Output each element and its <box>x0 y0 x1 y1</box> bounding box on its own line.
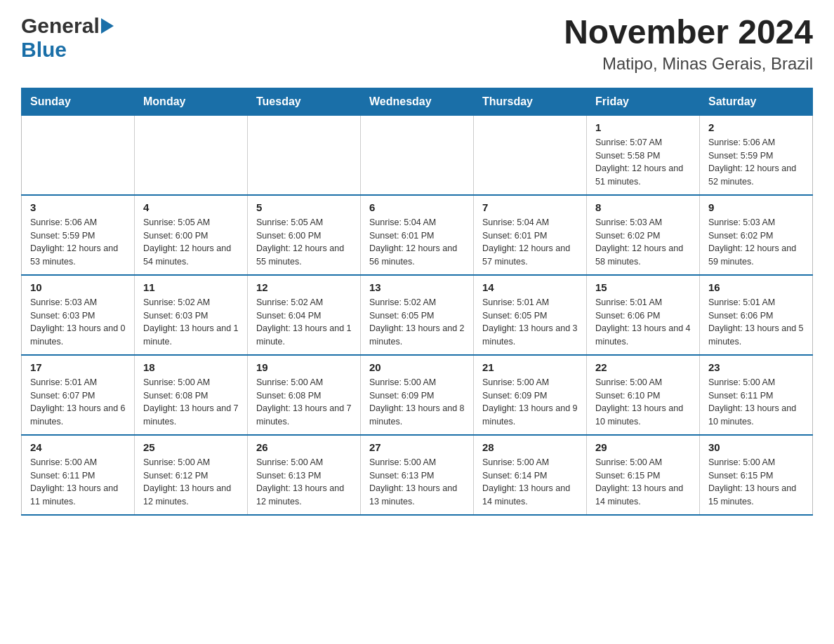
calendar-day-cell: 13Sunrise: 5:02 AMSunset: 6:05 PMDayligh… <box>361 275 474 355</box>
day-number: 30 <box>708 441 804 453</box>
calendar-day-cell: 7Sunrise: 5:04 AMSunset: 6:01 PMDaylight… <box>474 195 587 275</box>
header: General Blue November 2024 Matipo, Minas… <box>21 14 813 74</box>
calendar-day-cell <box>22 115 135 195</box>
header-friday: Friday <box>587 88 700 115</box>
day-info: Sunrise: 5:04 AMSunset: 6:01 PMDaylight:… <box>369 216 465 269</box>
day-info: Sunrise: 5:00 AMSunset: 6:11 PMDaylight:… <box>708 376 804 429</box>
calendar-day-cell: 30Sunrise: 5:00 AMSunset: 6:15 PMDayligh… <box>700 435 813 515</box>
day-info: Sunrise: 5:00 AMSunset: 6:14 PMDaylight:… <box>482 456 578 509</box>
day-info: Sunrise: 5:04 AMSunset: 6:01 PMDaylight:… <box>482 216 578 269</box>
day-number: 22 <box>595 361 691 373</box>
calendar-day-cell: 9Sunrise: 5:03 AMSunset: 6:02 PMDaylight… <box>700 195 813 275</box>
day-info: Sunrise: 5:00 AMSunset: 6:11 PMDaylight:… <box>30 456 126 509</box>
day-info: Sunrise: 5:03 AMSunset: 6:02 PMDaylight:… <box>595 216 691 269</box>
calendar-day-cell: 8Sunrise: 5:03 AMSunset: 6:02 PMDaylight… <box>587 195 700 275</box>
day-info: Sunrise: 5:03 AMSunset: 6:03 PMDaylight:… <box>30 296 126 349</box>
logo-blue-text: Blue <box>21 38 67 61</box>
day-number: 1 <box>595 121 691 133</box>
day-info: Sunrise: 5:00 AMSunset: 6:12 PMDaylight:… <box>143 456 239 509</box>
calendar-week-row: 1Sunrise: 5:07 AMSunset: 5:58 PMDaylight… <box>22 115 813 195</box>
calendar-day-cell: 24Sunrise: 5:00 AMSunset: 6:11 PMDayligh… <box>22 435 135 515</box>
calendar-day-cell: 21Sunrise: 5:00 AMSunset: 6:09 PMDayligh… <box>474 355 587 435</box>
day-info: Sunrise: 5:06 AMSunset: 5:59 PMDaylight:… <box>708 136 804 189</box>
day-number: 29 <box>595 441 691 453</box>
day-number: 28 <box>482 441 578 453</box>
day-number: 26 <box>256 441 352 453</box>
calendar-day-cell: 18Sunrise: 5:00 AMSunset: 6:08 PMDayligh… <box>135 355 248 435</box>
header-wednesday: Wednesday <box>361 88 474 115</box>
logo-arrow-icon <box>101 18 114 34</box>
day-info: Sunrise: 5:00 AMSunset: 6:08 PMDaylight:… <box>256 376 352 429</box>
day-info: Sunrise: 5:00 AMSunset: 6:13 PMDaylight:… <box>369 456 465 509</box>
calendar-day-cell: 15Sunrise: 5:01 AMSunset: 6:06 PMDayligh… <box>587 275 700 355</box>
page-title: November 2024 <box>564 14 813 51</box>
calendar-week-row: 17Sunrise: 5:01 AMSunset: 6:07 PMDayligh… <box>22 355 813 435</box>
day-info: Sunrise: 5:01 AMSunset: 6:06 PMDaylight:… <box>708 296 804 349</box>
day-number: 14 <box>482 281 578 293</box>
day-info: Sunrise: 5:01 AMSunset: 6:05 PMDaylight:… <box>482 296 578 349</box>
calendar-day-cell: 14Sunrise: 5:01 AMSunset: 6:05 PMDayligh… <box>474 275 587 355</box>
calendar-day-cell <box>361 115 474 195</box>
day-info: Sunrise: 5:00 AMSunset: 6:13 PMDaylight:… <box>256 456 352 509</box>
day-info: Sunrise: 5:01 AMSunset: 6:07 PMDaylight:… <box>30 376 126 429</box>
calendar-day-cell: 27Sunrise: 5:00 AMSunset: 6:13 PMDayligh… <box>361 435 474 515</box>
calendar-day-cell: 22Sunrise: 5:00 AMSunset: 6:10 PMDayligh… <box>587 355 700 435</box>
calendar-week-row: 24Sunrise: 5:00 AMSunset: 6:11 PMDayligh… <box>22 435 813 515</box>
svg-marker-0 <box>101 18 114 34</box>
day-number: 19 <box>256 361 352 373</box>
logo-general-text: General <box>21 14 100 38</box>
calendar-week-row: 3Sunrise: 5:06 AMSunset: 5:59 PMDaylight… <box>22 195 813 275</box>
calendar-day-cell: 3Sunrise: 5:06 AMSunset: 5:59 PMDaylight… <box>22 195 135 275</box>
day-info: Sunrise: 5:02 AMSunset: 6:03 PMDaylight:… <box>143 296 239 349</box>
day-info: Sunrise: 5:00 AMSunset: 6:08 PMDaylight:… <box>143 376 239 429</box>
calendar-day-cell: 1Sunrise: 5:07 AMSunset: 5:58 PMDaylight… <box>587 115 700 195</box>
day-number: 15 <box>595 281 691 293</box>
calendar-week-row: 10Sunrise: 5:03 AMSunset: 6:03 PMDayligh… <box>22 275 813 355</box>
calendar-day-cell: 5Sunrise: 5:05 AMSunset: 6:00 PMDaylight… <box>248 195 361 275</box>
day-number: 7 <box>482 201 578 213</box>
calendar-day-cell: 6Sunrise: 5:04 AMSunset: 6:01 PMDaylight… <box>361 195 474 275</box>
day-number: 23 <box>708 361 804 373</box>
header-tuesday: Tuesday <box>248 88 361 115</box>
calendar-header-row: Sunday Monday Tuesday Wednesday Thursday… <box>22 88 813 115</box>
day-number: 16 <box>708 281 804 293</box>
day-number: 10 <box>30 281 126 293</box>
day-info: Sunrise: 5:07 AMSunset: 5:58 PMDaylight:… <box>595 136 691 189</box>
calendar-day-cell <box>135 115 248 195</box>
day-info: Sunrise: 5:05 AMSunset: 6:00 PMDaylight:… <box>256 216 352 269</box>
calendar-day-cell <box>474 115 587 195</box>
calendar-day-cell: 2Sunrise: 5:06 AMSunset: 5:59 PMDaylight… <box>700 115 813 195</box>
logo: General Blue <box>21 14 114 62</box>
calendar-day-cell: 12Sunrise: 5:02 AMSunset: 6:04 PMDayligh… <box>248 275 361 355</box>
calendar-day-cell <box>248 115 361 195</box>
day-number: 18 <box>143 361 239 373</box>
calendar-day-cell: 4Sunrise: 5:05 AMSunset: 6:00 PMDaylight… <box>135 195 248 275</box>
page-subtitle: Matipo, Minas Gerais, Brazil <box>564 54 813 74</box>
day-info: Sunrise: 5:03 AMSunset: 6:02 PMDaylight:… <box>708 216 804 269</box>
calendar-day-cell: 28Sunrise: 5:00 AMSunset: 6:14 PMDayligh… <box>474 435 587 515</box>
day-number: 24 <box>30 441 126 453</box>
calendar-day-cell: 20Sunrise: 5:00 AMSunset: 6:09 PMDayligh… <box>361 355 474 435</box>
day-info: Sunrise: 5:01 AMSunset: 6:06 PMDaylight:… <box>595 296 691 349</box>
calendar-day-cell: 25Sunrise: 5:00 AMSunset: 6:12 PMDayligh… <box>135 435 248 515</box>
calendar-day-cell: 23Sunrise: 5:00 AMSunset: 6:11 PMDayligh… <box>700 355 813 435</box>
day-info: Sunrise: 5:02 AMSunset: 6:05 PMDaylight:… <box>369 296 465 349</box>
day-info: Sunrise: 5:00 AMSunset: 6:09 PMDaylight:… <box>482 376 578 429</box>
calendar-day-cell: 10Sunrise: 5:03 AMSunset: 6:03 PMDayligh… <box>22 275 135 355</box>
day-info: Sunrise: 5:00 AMSunset: 6:10 PMDaylight:… <box>595 376 691 429</box>
day-number: 21 <box>482 361 578 373</box>
day-number: 13 <box>369 281 465 293</box>
day-number: 3 <box>30 201 126 213</box>
day-number: 17 <box>30 361 126 373</box>
day-info: Sunrise: 5:00 AMSunset: 6:09 PMDaylight:… <box>369 376 465 429</box>
day-number: 27 <box>369 441 465 453</box>
day-number: 25 <box>143 441 239 453</box>
header-thursday: Thursday <box>474 88 587 115</box>
day-number: 20 <box>369 361 465 373</box>
calendar-day-cell: 16Sunrise: 5:01 AMSunset: 6:06 PMDayligh… <box>700 275 813 355</box>
calendar-day-cell: 26Sunrise: 5:00 AMSunset: 6:13 PMDayligh… <box>248 435 361 515</box>
day-number: 12 <box>256 281 352 293</box>
header-saturday: Saturday <box>700 88 813 115</box>
calendar-day-cell: 17Sunrise: 5:01 AMSunset: 6:07 PMDayligh… <box>22 355 135 435</box>
day-info: Sunrise: 5:00 AMSunset: 6:15 PMDaylight:… <box>708 456 804 509</box>
